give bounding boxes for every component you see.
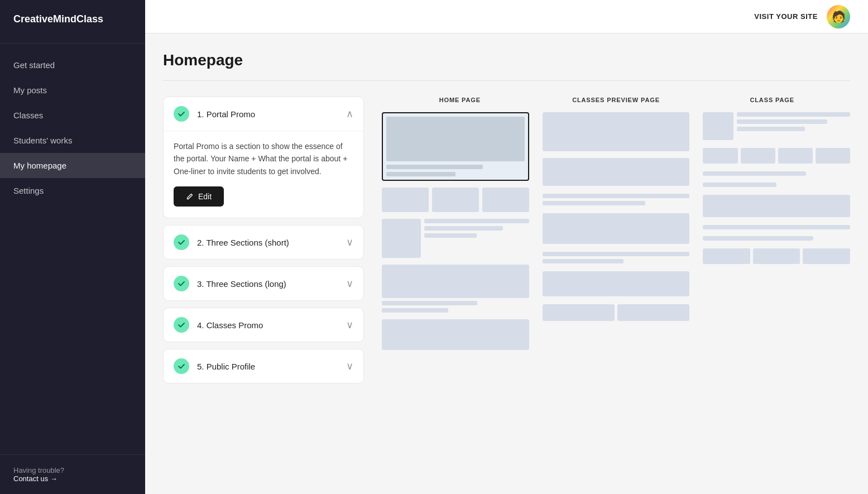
section-label-three-sections-short: 2. Three Sections (short) xyxy=(197,238,346,247)
preview-block-classes-promo xyxy=(382,265,529,313)
trouble-text: Having trouble? xyxy=(13,466,132,474)
content-area: Homepage 1. Portal Promo ∧ xyxy=(145,33,868,494)
sections-list: 1. Portal Promo ∧ Portal Promo is a sect… xyxy=(163,97,364,383)
section-header-portal-promo[interactable]: 1. Portal Promo ∧ xyxy=(164,97,363,131)
sidebar-item-students-works[interactable]: Students' works xyxy=(0,128,145,153)
section-header-three-sections-short[interactable]: 2. Three Sections (short) ∨ xyxy=(164,226,363,259)
sidebar-item-my-posts[interactable]: My posts xyxy=(0,78,145,103)
sidebar-item-settings[interactable]: Settings xyxy=(0,178,145,203)
chevron-up-icon: ∧ xyxy=(346,108,353,120)
chevron-down-icon-2: ∨ xyxy=(346,236,353,248)
sidebar: CreativeMindClass Get started My posts C… xyxy=(0,0,145,494)
check-icon-classes-promo xyxy=(174,317,189,333)
check-icon-three-sections-long xyxy=(174,276,189,291)
check-icon-three-sections-short xyxy=(174,234,189,250)
section-card-public-profile: 5. Public Profile ∨ xyxy=(163,349,364,383)
check-icon-public-profile xyxy=(174,358,189,374)
section-card-classes-promo: 4. Classes Promo ∨ xyxy=(163,308,364,342)
preview-headers: HOME PAGE CLASSES PREVIEW PAGE CLASS PAG… xyxy=(382,97,850,103)
section-header-three-sections-long[interactable]: 3. Three Sections (long) ∨ xyxy=(164,267,363,300)
edit-icon xyxy=(186,193,194,200)
section-description-portal-promo: Portal Promo is a section to show the es… xyxy=(174,140,353,178)
contact-link[interactable]: Contact us → xyxy=(13,474,57,483)
main-area: VISIT YOUR SITE 🧑 Homepage 1. Portal Pro… xyxy=(145,0,868,494)
chevron-down-icon-4: ∨ xyxy=(346,319,353,331)
preview-col-class xyxy=(703,112,850,264)
preview-block-portal-promo-selected xyxy=(382,112,529,181)
header: VISIT YOUR SITE 🧑 xyxy=(145,0,868,33)
visit-site-button[interactable]: VISIT YOUR SITE xyxy=(754,12,818,21)
preview-header-classes: CLASSES PREVIEW PAGE xyxy=(538,97,694,103)
preview-block-three-long xyxy=(382,219,529,258)
edit-button-portal-promo[interactable]: Edit xyxy=(174,186,224,207)
layout: 1. Portal Promo ∧ Portal Promo is a sect… xyxy=(163,97,850,383)
preview-block-three-short xyxy=(382,188,529,212)
sidebar-item-classes[interactable]: Classes xyxy=(0,103,145,128)
preview-header-class: CLASS PAGE xyxy=(694,97,850,103)
page-title: Homepage xyxy=(163,51,850,81)
avatar[interactable]: 🧑 xyxy=(827,5,850,28)
section-label-public-profile: 5. Public Profile xyxy=(197,362,346,371)
section-header-classes-promo[interactable]: 4. Classes Promo ∨ xyxy=(164,308,363,342)
chevron-down-icon-3: ∨ xyxy=(346,277,353,290)
sidebar-item-get-started[interactable]: Get started xyxy=(0,52,145,78)
sidebar-item-my-homepage[interactable]: My homepage xyxy=(0,153,145,178)
check-icon-portal-promo xyxy=(174,106,189,122)
section-label-three-sections-long: 3. Three Sections (long) xyxy=(197,279,346,289)
preview-header-homepage: HOME PAGE xyxy=(382,97,538,103)
preview-col-homepage xyxy=(382,112,529,350)
chevron-down-icon-5: ∨ xyxy=(346,360,353,372)
sidebar-logo: CreativeMindClass xyxy=(0,0,145,44)
section-card-portal-promo: 1. Portal Promo ∧ Portal Promo is a sect… xyxy=(163,97,364,218)
preview-col-classes xyxy=(543,112,690,321)
section-label-classes-promo: 4. Classes Promo xyxy=(197,320,346,330)
preview-area: HOME PAGE CLASSES PREVIEW PAGE CLASS PAG… xyxy=(382,97,850,350)
section-card-three-sections-short: 2. Three Sections (short) ∨ xyxy=(163,225,364,260)
preview-block-public-profile xyxy=(382,319,529,350)
section-card-three-sections-long: 3. Three Sections (long) ∨ xyxy=(163,266,364,301)
section-header-public-profile[interactable]: 5. Public Profile ∨ xyxy=(164,349,363,383)
section-body-portal-promo: Portal Promo is a section to show the es… xyxy=(164,131,363,218)
preview-columns xyxy=(382,112,850,350)
sidebar-nav: Get started My posts Classes Students' w… xyxy=(0,44,145,454)
sidebar-footer: Having trouble? Contact us → xyxy=(0,454,145,494)
section-label-portal-promo: 1. Portal Promo xyxy=(197,109,346,119)
